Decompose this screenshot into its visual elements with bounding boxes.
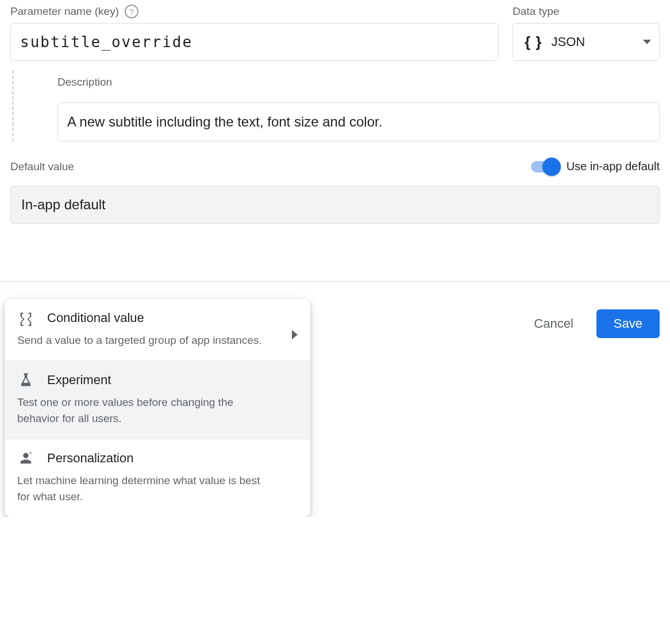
save-button[interactable]: Save xyxy=(596,309,660,338)
param-name-input[interactable] xyxy=(10,23,499,61)
param-name-label: Parameter name (key) xyxy=(10,5,119,18)
default-value-label: Default value xyxy=(10,160,74,173)
menu-item-title: Personalization xyxy=(47,451,133,466)
tree-line xyxy=(0,70,25,141)
add-menu: Conditional value Send a value to a targ… xyxy=(5,299,310,517)
data-type-value: JSON xyxy=(551,34,634,49)
menu-item-personalization[interactable]: Personalization Let machine learning det… xyxy=(5,439,310,517)
personalization-icon xyxy=(17,450,34,467)
default-value-display: In-app default xyxy=(10,186,660,224)
use-in-app-default-label: Use in-app default xyxy=(567,160,660,173)
description-label: Description xyxy=(57,70,660,102)
json-icon: { } xyxy=(525,33,542,51)
chevron-right-icon xyxy=(292,330,298,339)
description-input[interactable] xyxy=(57,102,660,141)
menu-item-conditional-value[interactable]: Conditional value Send a value to a targ… xyxy=(5,299,310,361)
use-in-app-default-toggle[interactable] xyxy=(531,161,559,172)
chevron-down-icon xyxy=(643,40,651,44)
menu-item-experiment[interactable]: Experiment Test one or more values befor… xyxy=(5,361,310,439)
menu-item-desc: Let machine learning determine what valu… xyxy=(17,473,298,505)
experiment-icon xyxy=(17,371,34,389)
menu-item-title: Conditional value xyxy=(47,310,144,325)
menu-item-desc: Send a value to a targeted group of app … xyxy=(17,332,298,349)
conditional-icon xyxy=(17,309,34,327)
data-type-select[interactable]: { } JSON xyxy=(513,23,660,61)
data-type-label: Data type xyxy=(513,5,559,18)
cancel-button[interactable]: Cancel xyxy=(534,316,573,331)
menu-item-title: Experiment xyxy=(47,373,111,388)
help-icon[interactable]: ? xyxy=(125,5,138,18)
menu-item-desc: Test one or more values before changing … xyxy=(17,394,298,427)
